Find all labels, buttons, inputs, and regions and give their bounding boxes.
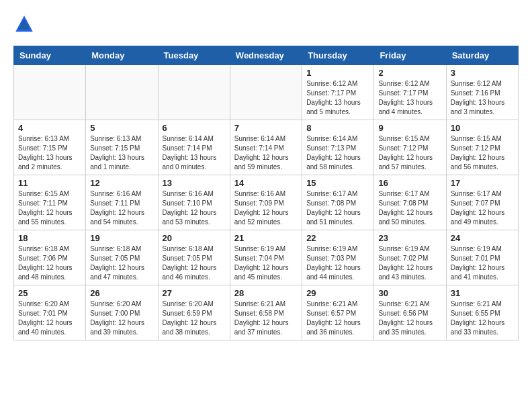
calendar-header-monday: Monday — [86, 46, 158, 65]
day-info: Sunrise: 6:21 AM Sunset: 6:55 PM Dayligh… — [451, 300, 514, 337]
calendar-cell: 15Sunrise: 6:17 AM Sunset: 7:08 PM Dayli… — [302, 175, 374, 230]
calendar-table: SundayMondayTuesdayWednesdayThursdayFrid… — [13, 46, 519, 340]
day-info: Sunrise: 6:12 AM Sunset: 7:16 PM Dayligh… — [451, 79, 514, 117]
day-info: Sunrise: 6:20 AM Sunset: 6:59 PM Dayligh… — [163, 300, 226, 337]
day-number: 29 — [306, 288, 369, 298]
calendar-header-wednesday: Wednesday — [230, 46, 302, 65]
calendar-week-4: 18Sunrise: 6:18 AM Sunset: 7:06 PM Dayli… — [14, 230, 519, 285]
calendar-cell: 13Sunrise: 6:16 AM Sunset: 7:10 PM Dayli… — [158, 175, 230, 230]
day-info: Sunrise: 6:14 AM Sunset: 7:14 PM Dayligh… — [163, 134, 226, 172]
day-info: Sunrise: 6:12 AM Sunset: 7:17 PM Dayligh… — [306, 79, 369, 117]
calendar-cell: 24Sunrise: 6:19 AM Sunset: 7:01 PM Dayli… — [446, 230, 518, 285]
day-number: 16 — [378, 178, 441, 188]
calendar-cell: 18Sunrise: 6:18 AM Sunset: 7:06 PM Dayli… — [14, 230, 86, 285]
day-info: Sunrise: 6:17 AM Sunset: 7:07 PM Dayligh… — [451, 189, 514, 227]
calendar-cell: 30Sunrise: 6:21 AM Sunset: 6:56 PM Dayli… — [374, 285, 446, 340]
day-info: Sunrise: 6:17 AM Sunset: 7:08 PM Dayligh… — [306, 189, 369, 227]
day-info: Sunrise: 6:18 AM Sunset: 7:05 PM Dayligh… — [90, 244, 153, 282]
calendar-cell: 19Sunrise: 6:18 AM Sunset: 7:05 PM Dayli… — [86, 230, 158, 285]
day-info: Sunrise: 6:13 AM Sunset: 7:15 PM Dayligh… — [90, 134, 153, 172]
day-number: 19 — [90, 233, 153, 243]
calendar-header-tuesday: Tuesday — [158, 46, 230, 65]
calendar-cell: 23Sunrise: 6:19 AM Sunset: 7:02 PM Dayli… — [374, 230, 446, 285]
logo — [13, 13, 38, 35]
day-number: 22 — [306, 233, 369, 243]
calendar-week-5: 25Sunrise: 6:20 AM Sunset: 7:01 PM Dayli… — [14, 285, 519, 340]
calendar-cell: 9Sunrise: 6:15 AM Sunset: 7:12 PM Daylig… — [374, 120, 446, 175]
calendar-header-sunday: Sunday — [14, 46, 86, 65]
calendar-cell: 21Sunrise: 6:19 AM Sunset: 7:04 PM Dayli… — [230, 230, 302, 285]
day-number: 8 — [306, 123, 369, 133]
calendar-cell: 22Sunrise: 6:19 AM Sunset: 7:03 PM Dayli… — [302, 230, 374, 285]
day-info: Sunrise: 6:19 AM Sunset: 7:04 PM Dayligh… — [234, 244, 298, 282]
day-info: Sunrise: 6:17 AM Sunset: 7:08 PM Dayligh… — [378, 189, 441, 227]
day-info: Sunrise: 6:13 AM Sunset: 7:15 PM Dayligh… — [18, 134, 81, 172]
day-number: 21 — [234, 233, 298, 243]
calendar-cell: 8Sunrise: 6:14 AM Sunset: 7:13 PM Daylig… — [302, 120, 374, 175]
calendar-cell — [230, 65, 302, 120]
calendar-week-1: 1Sunrise: 6:12 AM Sunset: 7:17 PM Daylig… — [14, 65, 519, 120]
day-info: Sunrise: 6:19 AM Sunset: 7:01 PM Dayligh… — [451, 244, 514, 282]
day-info: Sunrise: 6:14 AM Sunset: 7:13 PM Dayligh… — [306, 134, 369, 172]
calendar-cell — [14, 65, 86, 120]
day-number: 17 — [451, 178, 514, 188]
day-number: 6 — [163, 123, 226, 133]
calendar-cell — [158, 65, 230, 120]
day-info: Sunrise: 6:14 AM Sunset: 7:14 PM Dayligh… — [234, 134, 298, 172]
day-info: Sunrise: 6:19 AM Sunset: 7:03 PM Dayligh… — [306, 244, 369, 282]
calendar-cell: 2Sunrise: 6:12 AM Sunset: 7:17 PM Daylig… — [374, 65, 446, 120]
calendar-cell: 3Sunrise: 6:12 AM Sunset: 7:16 PM Daylig… — [446, 65, 518, 120]
calendar-cell: 1Sunrise: 6:12 AM Sunset: 7:17 PM Daylig… — [302, 65, 374, 120]
day-info: Sunrise: 6:15 AM Sunset: 7:12 PM Dayligh… — [378, 134, 441, 172]
day-number: 12 — [90, 178, 153, 188]
day-info: Sunrise: 6:21 AM Sunset: 6:58 PM Dayligh… — [234, 300, 298, 337]
calendar-cell: 29Sunrise: 6:21 AM Sunset: 6:57 PM Dayli… — [302, 285, 374, 340]
calendar-cell: 6Sunrise: 6:14 AM Sunset: 7:14 PM Daylig… — [158, 120, 230, 175]
day-info: Sunrise: 6:15 AM Sunset: 7:11 PM Dayligh… — [18, 189, 81, 227]
page-header — [13, 13, 519, 35]
calendar-header-thursday: Thursday — [302, 46, 374, 65]
day-number: 31 — [451, 288, 514, 298]
calendar-cell: 7Sunrise: 6:14 AM Sunset: 7:14 PM Daylig… — [230, 120, 302, 175]
calendar-cell: 10Sunrise: 6:15 AM Sunset: 7:12 PM Dayli… — [446, 120, 518, 175]
calendar-cell: 31Sunrise: 6:21 AM Sunset: 6:55 PM Dayli… — [446, 285, 518, 340]
calendar-cell: 12Sunrise: 6:16 AM Sunset: 7:11 PM Dayli… — [86, 175, 158, 230]
day-info: Sunrise: 6:12 AM Sunset: 7:17 PM Dayligh… — [378, 79, 441, 117]
day-info: Sunrise: 6:20 AM Sunset: 7:01 PM Dayligh… — [18, 300, 81, 337]
calendar-cell: 26Sunrise: 6:20 AM Sunset: 7:00 PM Dayli… — [86, 285, 158, 340]
day-number: 20 — [163, 233, 226, 243]
logo-icon — [13, 13, 35, 35]
day-number: 5 — [90, 123, 153, 133]
calendar-cell: 25Sunrise: 6:20 AM Sunset: 7:01 PM Dayli… — [14, 285, 86, 340]
day-info: Sunrise: 6:16 AM Sunset: 7:10 PM Dayligh… — [163, 189, 226, 227]
calendar-cell: 20Sunrise: 6:18 AM Sunset: 7:05 PM Dayli… — [158, 230, 230, 285]
day-number: 24 — [451, 233, 514, 243]
day-info: Sunrise: 6:19 AM Sunset: 7:02 PM Dayligh… — [378, 244, 441, 282]
day-info: Sunrise: 6:16 AM Sunset: 7:09 PM Dayligh… — [234, 189, 298, 227]
day-number: 28 — [234, 288, 298, 298]
day-number: 3 — [451, 68, 514, 78]
day-info: Sunrise: 6:21 AM Sunset: 6:57 PM Dayligh… — [306, 300, 369, 337]
calendar-header-friday: Friday — [374, 46, 446, 65]
day-number: 9 — [378, 123, 441, 133]
day-info: Sunrise: 6:21 AM Sunset: 6:56 PM Dayligh… — [378, 300, 441, 337]
day-number: 15 — [306, 178, 369, 188]
day-number: 7 — [234, 123, 298, 133]
calendar-cell: 11Sunrise: 6:15 AM Sunset: 7:11 PM Dayli… — [14, 175, 86, 230]
calendar-cell: 27Sunrise: 6:20 AM Sunset: 6:59 PM Dayli… — [158, 285, 230, 340]
day-info: Sunrise: 6:18 AM Sunset: 7:05 PM Dayligh… — [163, 244, 226, 282]
day-number: 30 — [378, 288, 441, 298]
day-number: 10 — [451, 123, 514, 133]
day-number: 11 — [18, 178, 81, 188]
calendar-cell: 17Sunrise: 6:17 AM Sunset: 7:07 PM Dayli… — [446, 175, 518, 230]
calendar-week-2: 4Sunrise: 6:13 AM Sunset: 7:15 PM Daylig… — [14, 120, 519, 175]
calendar-cell: 14Sunrise: 6:16 AM Sunset: 7:09 PM Dayli… — [230, 175, 302, 230]
day-number: 25 — [18, 288, 81, 298]
day-number: 14 — [234, 178, 298, 188]
day-number: 27 — [163, 288, 226, 298]
calendar-week-3: 11Sunrise: 6:15 AM Sunset: 7:11 PM Dayli… — [14, 175, 519, 230]
calendar-cell: 28Sunrise: 6:21 AM Sunset: 6:58 PM Dayli… — [230, 285, 302, 340]
day-info: Sunrise: 6:18 AM Sunset: 7:06 PM Dayligh… — [18, 244, 81, 282]
calendar-cell — [86, 65, 158, 120]
day-number: 1 — [306, 68, 369, 78]
